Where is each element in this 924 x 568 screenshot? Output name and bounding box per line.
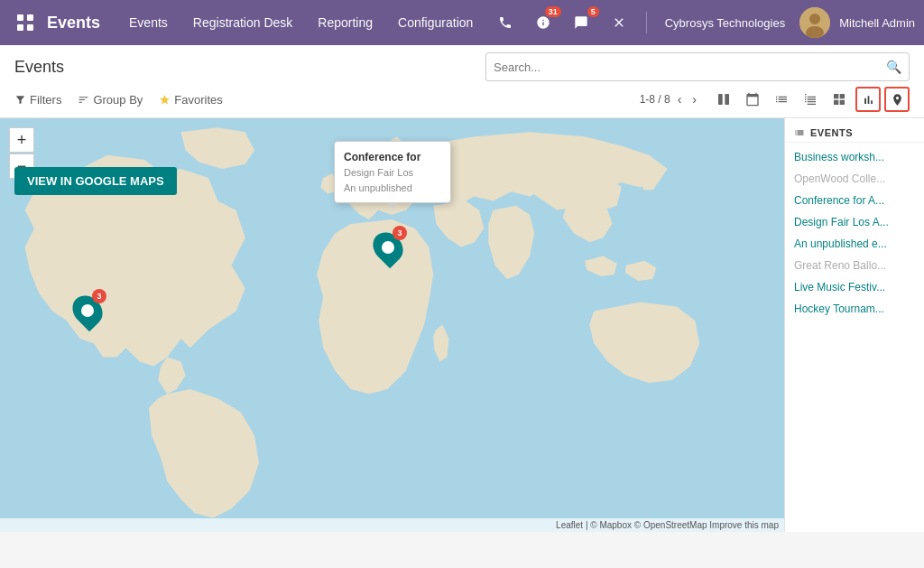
- google-maps-btn[interactable]: VIEW IN GOOGLE MAPS: [14, 167, 177, 195]
- navbar-actions: 31 5 Cybrosys Technologies Mitchell Admi…: [491, 7, 915, 38]
- chat-badge: 5: [587, 6, 599, 17]
- list-view-btn[interactable]: [769, 87, 794, 112]
- attribution-text: Leaflet | © Mapbox © OpenStreetMap Impro…: [556, 520, 779, 530]
- phone-icon[interactable]: [491, 8, 520, 37]
- favorites-label: Favorites: [174, 93, 222, 107]
- chart-view-btn[interactable]: [855, 87, 881, 112]
- popup-extra: An unpublished: [344, 181, 441, 196]
- map-container[interactable]: 3 Conference for Design Fair Los An unpu…: [0, 118, 784, 532]
- sidebar-list-item[interactable]: Great Reno Ballo...: [785, 255, 924, 276]
- svg-rect-2: [17, 24, 23, 31]
- groupby-label: Group By: [93, 93, 143, 107]
- sidebar-list-item[interactable]: Live Music Festiv...: [785, 276, 924, 298]
- activity-icon[interactable]: 31: [529, 8, 558, 37]
- zoom-in-btn[interactable]: +: [9, 127, 34, 153]
- search-input[interactable]: [494, 61, 886, 74]
- map-popup-europe: Conference for Design Fair Los An unpubl…: [334, 141, 451, 203]
- filter-group: Filters Group By Favorites: [14, 93, 223, 107]
- company-name[interactable]: Cybrosys Technologies: [660, 16, 790, 30]
- menu-events[interactable]: Events: [116, 0, 180, 45]
- activity-view-btn[interactable]: [798, 87, 823, 112]
- map-pin-europe[interactable]: 3 Conference for Design Fair Los An unpu…: [374, 231, 402, 267]
- sidebar-title: EVENTS: [810, 127, 853, 138]
- svg-rect-8: [725, 94, 729, 105]
- page-title: Events: [14, 58, 64, 77]
- main-area: 3 Conference for Design Fair Los An unpu…: [0, 118, 924, 532]
- sidebar-list-item[interactable]: OpenWood Colle...: [785, 168, 924, 190]
- main-menu: Events Registration Desk Reporting Confi…: [116, 0, 491, 45]
- popup-title: Conference for: [344, 149, 441, 165]
- grid-icon[interactable]: [9, 6, 42, 39]
- pin-usa-badge: 3: [92, 289, 106, 303]
- pagination: 1-8 / 8 ‹ ›: [640, 90, 700, 108]
- svg-rect-7: [718, 94, 723, 105]
- sidebar-list-item[interactable]: Business worksh...: [785, 146, 924, 168]
- popup-subtitle: Design Fair Los: [344, 165, 441, 181]
- search-icon[interactable]: 🔍: [886, 60, 901, 74]
- sidebar: EVENTS Business worksh...OpenWood Colle.…: [784, 118, 924, 532]
- sidebar-header: EVENTS: [785, 118, 924, 143]
- menu-configuration[interactable]: Configuration: [385, 0, 485, 45]
- avatar[interactable]: [799, 7, 830, 38]
- menu-registration-desk[interactable]: Registration Desk: [180, 0, 306, 45]
- close-icon[interactable]: [605, 8, 633, 37]
- app-title: Events: [42, 14, 116, 33]
- view-controls: 1-8 / 8 ‹ ›: [640, 87, 910, 112]
- sidebar-list-item[interactable]: Design Fair Los A...: [785, 211, 924, 233]
- navbar-divider: [646, 12, 647, 33]
- pin-europe-badge: 3: [393, 226, 407, 240]
- groupby-btn[interactable]: Group By: [78, 93, 143, 107]
- user-name[interactable]: Mitchell Admin: [839, 16, 915, 30]
- pagination-range: 1-8 / 8: [640, 93, 670, 106]
- toolbar-filters: Filters Group By Favorites 1-8 / 8 ‹ ›: [14, 87, 910, 117]
- activity-badge: 31: [545, 6, 561, 17]
- svg-rect-0: [17, 14, 23, 21]
- pagination-prev[interactable]: ‹: [674, 90, 686, 108]
- favorites-btn[interactable]: Favorites: [159, 93, 222, 107]
- map-pin-usa[interactable]: 3: [74, 294, 101, 331]
- menu-reporting[interactable]: Reporting: [305, 0, 385, 45]
- map-attribution: Leaflet | © Mapbox © OpenStreetMap Impro…: [0, 518, 784, 532]
- map-view-btn[interactable]: [884, 87, 910, 112]
- sidebar-list: Business worksh...OpenWood Colle...Confe…: [785, 143, 924, 323]
- sidebar-list-item[interactable]: Hockey Tournam...: [785, 298, 924, 320]
- filters-btn[interactable]: Filters: [14, 93, 61, 107]
- calendar-view-btn[interactable]: [740, 87, 765, 112]
- sidebar-list-item[interactable]: An unpublished e...: [785, 233, 924, 255]
- svg-point-5: [809, 14, 820, 24]
- toolbar-top: Events 🔍: [14, 52, 910, 81]
- navbar: Events Events Registration Desk Reportin…: [0, 0, 924, 45]
- pagination-next[interactable]: ›: [688, 90, 700, 108]
- toolbar: Events 🔍 Filters Group By Favorites 1-8 …: [0, 45, 924, 118]
- sidebar-list-item[interactable]: Conference for A...: [785, 190, 924, 211]
- kanban-view-btn[interactable]: [711, 87, 736, 112]
- filters-label: Filters: [30, 93, 61, 107]
- chat-icon[interactable]: 5: [567, 8, 596, 37]
- svg-rect-3: [27, 24, 33, 31]
- svg-rect-1: [27, 14, 33, 21]
- search-bar: 🔍: [485, 52, 910, 81]
- pivot-view-btn[interactable]: [827, 87, 852, 112]
